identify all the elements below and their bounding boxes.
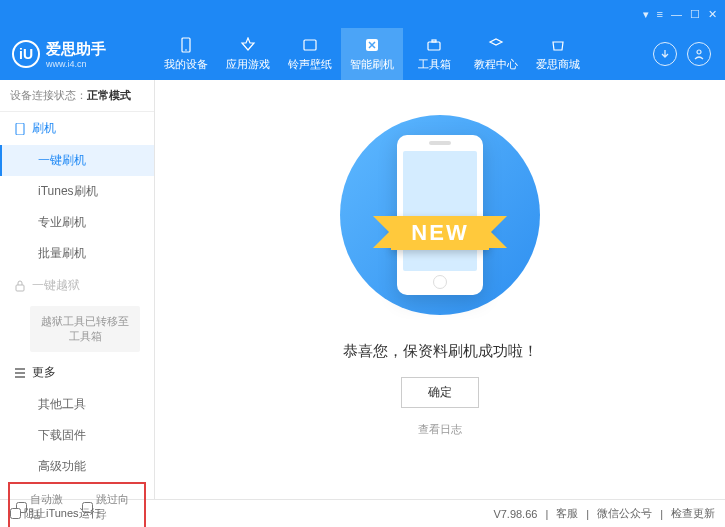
sidebar-item-itunes-flash[interactable]: iTunes刷机 bbox=[0, 176, 154, 207]
header-actions bbox=[639, 42, 725, 66]
nav-my-device[interactable]: 我的设备 bbox=[155, 28, 217, 80]
main-nav: 我的设备 应用游戏 铃声壁纸 智能刷机 工具箱 教程中心 爱思商城 bbox=[155, 28, 639, 80]
flash-icon bbox=[363, 36, 381, 54]
maximize-icon[interactable]: ☐ bbox=[690, 8, 700, 21]
version-label: V7.98.66 bbox=[493, 508, 537, 520]
svg-rect-8 bbox=[16, 285, 24, 291]
tutorial-icon bbox=[487, 36, 505, 54]
sidebar-item-oneclick-flash[interactable]: 一键刷机 bbox=[0, 145, 154, 176]
content: NEW 恭喜您，保资料刷机成功啦！ 确定 查看日志 bbox=[155, 80, 725, 499]
view-log-link[interactable]: 查看日志 bbox=[418, 422, 462, 437]
sidebar-item-batch-flash[interactable]: 批量刷机 bbox=[0, 238, 154, 269]
sidebar-section-flash[interactable]: 刷机 bbox=[0, 112, 154, 145]
header: iU 爱思助手 www.i4.cn 我的设备 应用游戏 铃声壁纸 智能刷机 工具… bbox=[0, 28, 725, 80]
sidebar-item-download-firmware[interactable]: 下载固件 bbox=[0, 420, 154, 451]
device-icon bbox=[177, 36, 195, 54]
phone-icon bbox=[14, 123, 26, 135]
jailbreak-notice: 越狱工具已转移至工具箱 bbox=[30, 306, 140, 352]
check-update-link[interactable]: 检查更新 bbox=[671, 506, 715, 521]
lock-icon bbox=[14, 280, 26, 292]
minimize-icon[interactable]: — bbox=[671, 8, 682, 20]
svg-rect-7 bbox=[16, 123, 24, 135]
success-illustration: NEW bbox=[335, 110, 545, 320]
logo: iU 爱思助手 www.i4.cn bbox=[0, 40, 155, 69]
titlebar: ▾ ≡ — ☐ ✕ bbox=[0, 0, 725, 28]
nav-apps[interactable]: 应用游戏 bbox=[217, 28, 279, 80]
nav-ringtones[interactable]: 铃声壁纸 bbox=[279, 28, 341, 80]
close-icon[interactable]: ✕ bbox=[708, 8, 717, 21]
user-button[interactable] bbox=[687, 42, 711, 66]
ok-button[interactable]: 确定 bbox=[401, 377, 479, 408]
new-ribbon: NEW bbox=[391, 216, 488, 250]
svg-point-1 bbox=[185, 49, 187, 51]
nav-tutorials[interactable]: 教程中心 bbox=[465, 28, 527, 80]
sidebar-item-advanced[interactable]: 高级功能 bbox=[0, 451, 154, 482]
store-icon bbox=[549, 36, 567, 54]
sidebar-section-more[interactable]: 更多 bbox=[0, 356, 154, 389]
apps-icon bbox=[239, 36, 257, 54]
app-url: www.i4.cn bbox=[46, 59, 106, 69]
logo-icon: iU bbox=[12, 40, 40, 68]
download-button[interactable] bbox=[653, 42, 677, 66]
nav-store[interactable]: 爱思商城 bbox=[527, 28, 589, 80]
toolbox-icon bbox=[425, 36, 443, 54]
svg-point-6 bbox=[697, 50, 701, 54]
skin-icon[interactable]: ▾ bbox=[643, 8, 649, 21]
svg-rect-5 bbox=[432, 40, 436, 42]
support-link[interactable]: 客服 bbox=[556, 506, 578, 521]
menu-icon bbox=[14, 367, 26, 379]
menu-icon[interactable]: ≡ bbox=[657, 8, 663, 20]
wechat-link[interactable]: 微信公众号 bbox=[597, 506, 652, 521]
success-message: 恭喜您，保资料刷机成功啦！ bbox=[343, 342, 538, 361]
sidebar-item-pro-flash[interactable]: 专业刷机 bbox=[0, 207, 154, 238]
block-itunes-checkbox[interactable]: 阻止iTunes运行 bbox=[10, 506, 101, 521]
nav-smart-flash[interactable]: 智能刷机 bbox=[341, 28, 403, 80]
app-name: 爱思助手 bbox=[46, 40, 106, 59]
nav-toolbox[interactable]: 工具箱 bbox=[403, 28, 465, 80]
sidebar: 设备连接状态：正常模式 刷机 一键刷机 iTunes刷机 专业刷机 批量刷机 一… bbox=[0, 80, 155, 499]
ringtone-icon bbox=[301, 36, 319, 54]
svg-rect-2 bbox=[304, 40, 316, 50]
sidebar-item-other-tools[interactable]: 其他工具 bbox=[0, 389, 154, 420]
svg-rect-4 bbox=[428, 42, 440, 50]
connection-status: 设备连接状态：正常模式 bbox=[0, 80, 154, 112]
sidebar-section-jailbreak: 一键越狱 bbox=[0, 269, 154, 302]
